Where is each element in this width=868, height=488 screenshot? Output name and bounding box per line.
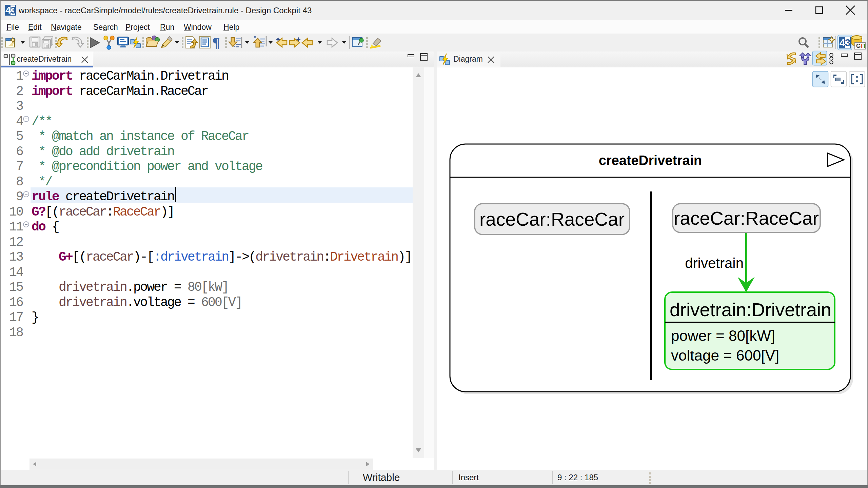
svg-text:drivetrain: drivetrain: [685, 255, 744, 271]
svg-text:GIT: GIT: [856, 43, 867, 49]
svg-text:raceCar:RaceCar: raceCar:RaceCar: [674, 208, 819, 229]
svg-text:createDrivetrain: createDrivetrain: [599, 153, 702, 168]
svg-text:4: 4: [840, 37, 845, 48]
svg-text:4: 4: [5, 5, 11, 16]
svg-text:raceCar:RaceCar: raceCar:RaceCar: [479, 209, 625, 230]
svg-text:drivetrain:Drivetrain: drivetrain:Drivetrain: [670, 299, 831, 320]
svg-text:3: 3: [11, 5, 16, 16]
svg-text:power = 80[kW]: power = 80[kW]: [671, 327, 775, 344]
svg-text:¶: ¶: [212, 35, 220, 50]
svg-text:voltage = 600[V]: voltage = 600[V]: [671, 347, 779, 364]
svg-text:3: 3: [845, 37, 851, 48]
